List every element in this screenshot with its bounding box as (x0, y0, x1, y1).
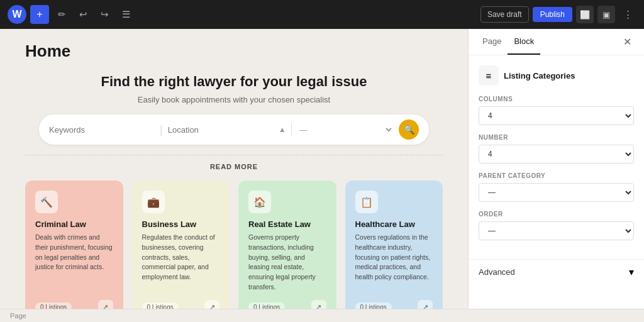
category-select-wrap: — (297, 125, 394, 135)
categories-grid: 🔨 Criminal Law Deals with crimes and the… (25, 180, 443, 309)
business-law-icon: 💼 (142, 191, 165, 213)
sidebar: Page Block ✕ ≡ Listing Categories COLUMN… (468, 29, 644, 309)
page-title: Home (25, 42, 443, 61)
parent-category-field-group: PARENT CATEGORY — (479, 172, 634, 202)
realestate-listings-badge: 0 Listings (248, 303, 285, 309)
main-layout: Home Find the right lawyer for your lega… (0, 29, 644, 309)
order-select[interactable]: — ASC DESC (479, 221, 634, 240)
healthcare-arrow-icon[interactable]: ↗ (418, 300, 433, 309)
save-draft-button[interactable]: Save draft (480, 6, 529, 23)
page-footer: Page (0, 309, 644, 322)
criminal-listings-badge: 0 Listings (35, 303, 72, 309)
category-card-business: 💼 Business Law Regulates the conduct of … (132, 180, 230, 309)
business-law-desc: Regulates the conduct of businesses, cov… (142, 233, 220, 292)
sidebar-content: ≡ Listing Categories COLUMNS 4 1 2 3 NUM… (469, 55, 644, 259)
block-name-label: Listing Categories (504, 71, 575, 80)
top-bar: W + ✏ ↩ ↪ ☰ Save draft Publish ⬜ ▣ ⋮ (0, 0, 644, 29)
realestate-law-icon: 🏠 (248, 191, 271, 213)
advanced-label: Advanced (479, 267, 515, 277)
business-listings-badge: 0 Listings (142, 303, 179, 309)
menu-icon[interactable]: ☰ (117, 6, 135, 23)
parent-category-select[interactable]: — (479, 183, 634, 202)
page-footer-label: Page (10, 312, 26, 319)
sidebar-tabs: Page Block ✕ (469, 29, 644, 55)
topbar-left: W + ✏ ↩ ↪ ☰ (8, 5, 135, 24)
publish-button[interactable]: Publish (533, 7, 572, 22)
business-law-footer: 0 Listings ↗ (142, 300, 220, 309)
category-select[interactable]: — (297, 125, 394, 135)
pencil-icon[interactable]: ✏ (53, 6, 70, 23)
realestate-law-footer: 0 Listings ↗ (248, 300, 326, 309)
criminal-law-title: Criminal Law (35, 219, 113, 229)
criminal-law-footer: 0 Listings ↗ (35, 300, 113, 309)
number-label: NUMBER (479, 134, 634, 141)
search-button[interactable]: 🔍 (399, 119, 419, 140)
category-card-criminal: 🔨 Criminal Law Deals with crimes and the… (25, 180, 123, 309)
criminal-arrow-icon[interactable]: ↗ (98, 300, 113, 309)
wp-logo-icon[interactable]: W (8, 5, 26, 24)
advanced-chevron-icon: ▾ (629, 266, 634, 278)
location-dropdown-icon: ▲ (279, 125, 286, 134)
healthcare-law-icon: 📋 (355, 191, 378, 213)
search-separator (291, 123, 292, 136)
tab-page[interactable]: Page (476, 29, 508, 55)
realestate-arrow-icon[interactable]: ↗ (311, 300, 326, 309)
search-bar: | ▲ — 🔍 (39, 114, 429, 145)
hero-section: Find the right lawyer for your legal iss… (25, 74, 443, 104)
criminal-law-desc: Deals with crimes and their punishment, … (35, 233, 113, 292)
criminal-law-icon: 🔨 (35, 191, 58, 213)
advanced-row[interactable]: Advanced ▾ (469, 259, 644, 284)
read-more-link[interactable]: READ MORE (210, 163, 258, 170)
realestate-law-title: Real Estate Law (248, 219, 326, 229)
editor-area: Home Find the right lawyer for your lega… (0, 29, 468, 309)
redo-icon[interactable]: ↪ (96, 6, 113, 23)
columns-field-group: COLUMNS 4 1 2 3 (479, 96, 634, 125)
read-more-row: READ MORE (25, 155, 443, 172)
settings-icon[interactable]: ▣ (597, 6, 615, 23)
healthcare-law-footer: 0 Listings ↗ (355, 300, 433, 309)
view-icon[interactable]: ⬜ (576, 6, 594, 23)
columns-label: COLUMNS (479, 96, 634, 103)
category-card-realestate: 🏠 Real Estate Law Governs property trans… (238, 180, 336, 309)
order-label: ORDER (479, 211, 634, 218)
hero-subtext: Easily book appointments with your chose… (25, 95, 443, 104)
add-block-button[interactable]: + (30, 5, 49, 24)
columns-select[interactable]: 4 1 2 3 (479, 106, 634, 125)
category-card-healthcare: 📋 Healthcare Law Covers regulations in t… (345, 180, 443, 309)
more-options-icon[interactable]: ⋮ (619, 6, 636, 23)
healthcare-law-title: Healthcare Law (355, 219, 433, 229)
number-select[interactable]: 4 2 6 8 (479, 145, 634, 164)
order-field-group: ORDER — ASC DESC (479, 211, 634, 240)
search-divider: | (160, 123, 163, 136)
undo-icon[interactable]: ↩ (74, 6, 92, 23)
keywords-input[interactable] (49, 125, 155, 135)
business-law-title: Business Law (142, 219, 220, 229)
location-input[interactable] (168, 125, 274, 135)
block-header: ≡ Listing Categories (479, 65, 634, 86)
number-field-group: NUMBER 4 2 6 8 (479, 134, 634, 164)
hero-heading: Find the right lawyer for your legal iss… (25, 74, 443, 90)
parent-category-label: PARENT CATEGORY (479, 172, 634, 179)
listing-categories-icon: ≡ (479, 65, 499, 86)
close-sidebar-button[interactable]: ✕ (618, 31, 636, 53)
business-arrow-icon[interactable]: ↗ (204, 300, 219, 309)
tab-block[interactable]: Block (508, 29, 540, 55)
healthcare-law-desc: Covers regulations in the healthcare ind… (355, 233, 433, 292)
healthcare-listings-badge: 0 Listings (355, 303, 392, 309)
topbar-right: Save draft Publish ⬜ ▣ ⋮ (480, 6, 636, 23)
realestate-law-desc: Governs property transactions, including… (248, 233, 326, 292)
